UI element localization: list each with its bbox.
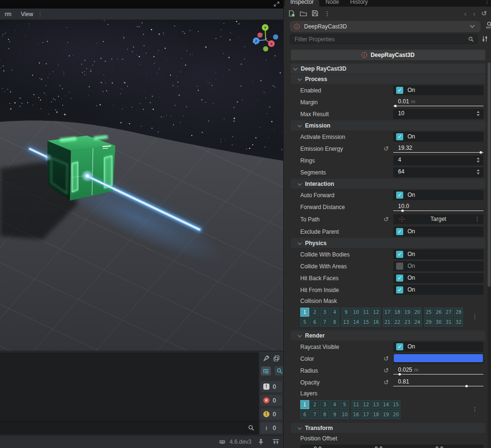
color-swatch[interactable]: [394, 354, 483, 362]
grid-menu-dots-icon[interactable]: ⋮: [472, 406, 478, 412]
layer-bit-7[interactable]: 7: [320, 318, 329, 327]
scrollbar-thumb[interactable]: [488, 63, 491, 287]
section-process[interactable]: Process: [291, 74, 485, 84]
error-count-button[interactable]: × 0: [260, 395, 282, 406]
edit-history-icon[interactable]: ↺: [481, 9, 487, 17]
resource-menu-dots-icon[interactable]: ⋮: [324, 10, 330, 17]
viewport-expand-icon[interactable]: [274, 1, 279, 7]
slider-track[interactable]: [393, 386, 483, 387]
node-selector-dropdown[interactable]: ! DeepRayCast3D: [290, 21, 481, 32]
layer-bit-13[interactable]: 13: [342, 318, 351, 327]
layer-bit-19[interactable]: 19: [403, 308, 412, 317]
property-value[interactable]: 4: [393, 155, 483, 165]
layer-bit-3[interactable]: 3: [320, 308, 329, 317]
property-value[interactable]: Target⋮: [393, 214, 483, 224]
new-resource-icon[interactable]: [288, 10, 295, 17]
warning-count-button[interactable]: ! 0: [260, 409, 282, 420]
spin-down-icon[interactable]: [477, 114, 480, 116]
layer-bit-16[interactable]: 16: [371, 318, 380, 327]
section-physics[interactable]: Physics: [291, 238, 485, 248]
scene-canvas[interactable]: YZX: [0, 20, 283, 351]
spin-up-icon[interactable]: [477, 111, 480, 113]
revert-icon[interactable]: ↺: [382, 145, 390, 152]
layer-bit-25[interactable]: 25: [424, 308, 433, 317]
section-deep-raycast3d[interactable]: Deep RayCast3D: [291, 64, 485, 73]
layer-bit-23[interactable]: 23: [403, 318, 412, 327]
layer-bit-4[interactable]: 4: [330, 308, 339, 317]
layer-bit-5[interactable]: 5: [300, 318, 309, 327]
layer-bit-11[interactable]: 11: [361, 308, 371, 317]
layer-bit-10[interactable]: 10: [352, 308, 361, 317]
layer-bit-7[interactable]: 7: [310, 410, 319, 419]
layer-bit-21[interactable]: 21: [383, 318, 392, 327]
tab-history[interactable]: History: [344, 0, 373, 7]
vec3-x[interactable]: x0.0: [300, 445, 361, 448]
property-value[interactable]: 10: [393, 109, 483, 119]
slider-grabber[interactable]: [401, 210, 404, 212]
slider-track[interactable]: [393, 374, 483, 375]
checkbox-checked[interactable]: ✓: [396, 228, 403, 235]
spin-down-icon[interactable]: [477, 161, 480, 163]
filter-properties-input[interactable]: [290, 34, 478, 44]
layer-bit-2[interactable]: 2: [310, 400, 319, 409]
clear-output-icon[interactable]: [263, 355, 269, 362]
message-count-button[interactable]: ! 0: [260, 381, 282, 392]
checkbox-checked[interactable]: ✓: [396, 274, 403, 282]
layer-bit-14[interactable]: 14: [381, 400, 390, 409]
layer-bit-26[interactable]: 26: [434, 308, 443, 317]
dock-menu-dots-icon[interactable]: ⋮: [484, 0, 490, 5]
layer-bit-22[interactable]: 22: [393, 318, 402, 327]
tab-inspector[interactable]: Inspector: [285, 0, 319, 7]
history-forward-icon[interactable]: ›: [473, 9, 475, 18]
layer-bit-12[interactable]: 12: [361, 400, 371, 409]
slider-grabber[interactable]: [465, 385, 468, 387]
property-value[interactable]: 0.025m: [393, 366, 483, 375]
open-docs-icon[interactable]: DOC: [483, 21, 491, 29]
checkbox-checked[interactable]: ✓: [396, 251, 403, 258]
console-search-input[interactable]: [2, 423, 244, 433]
layer-bit-20[interactable]: 20: [413, 308, 422, 317]
property-value[interactable]: 0.01m: [393, 97, 483, 107]
layer-bit-29[interactable]: 29: [424, 318, 433, 327]
spin-up-icon[interactable]: [477, 169, 480, 171]
layer-bit-18[interactable]: 18: [393, 308, 402, 317]
layer-bit-32[interactable]: 32: [454, 318, 463, 327]
checkbox-checked[interactable]: ✓: [396, 286, 403, 293]
layer-bit-18[interactable]: 18: [371, 410, 380, 419]
layer-bit-31[interactable]: 31: [444, 318, 453, 327]
slider-track[interactable]: [393, 152, 483, 153]
slider-grabber[interactable]: [398, 373, 401, 375]
layer-bit-30[interactable]: 30: [434, 318, 443, 327]
layer-bit-9[interactable]: 9: [342, 308, 351, 317]
copy-output-icon[interactable]: [273, 355, 280, 362]
layer-bit-11[interactable]: 11: [352, 400, 361, 409]
layer-bit-17[interactable]: 17: [361, 410, 371, 419]
layer-bit-24[interactable]: 24: [413, 318, 422, 327]
layer-bit-13[interactable]: 13: [371, 400, 380, 409]
checkbox-checked[interactable]: ✓: [396, 343, 403, 350]
checkbox-unchecked[interactable]: [396, 263, 403, 270]
property-value[interactable]: 19.32: [393, 144, 483, 154]
layer-bit-5[interactable]: 5: [340, 400, 349, 409]
pin-bottom-panel-icon[interactable]: [258, 439, 264, 445]
layer-bit-19[interactable]: 19: [381, 410, 390, 419]
layer-bit-16[interactable]: 16: [352, 410, 361, 419]
menu-item-view[interactable]: View: [16, 9, 38, 20]
layer-bit-6[interactable]: 6: [300, 410, 309, 419]
collapse-duplicates-toggle[interactable]: [261, 366, 271, 375]
revert-icon[interactable]: ↺: [382, 367, 390, 374]
grid-menu-dots-icon[interactable]: ⋮: [472, 313, 478, 320]
layer-bit-1[interactable]: 1: [300, 308, 309, 317]
history-back-icon[interactable]: ‹: [464, 9, 466, 18]
spin-up-icon[interactable]: [477, 157, 480, 159]
slider-grabber[interactable]: [394, 105, 397, 107]
slider-grabber[interactable]: [480, 151, 482, 154]
spinner-arrows-icon[interactable]: [477, 169, 480, 174]
layer-bit-14[interactable]: 14: [352, 318, 361, 327]
layer-bit-8[interactable]: 8: [320, 410, 329, 419]
section-transform[interactable]: Transform: [291, 423, 485, 433]
inspector-object-header[interactable]: ! DeepRayCast3D: [291, 50, 485, 60]
save-resource-icon[interactable]: [312, 10, 318, 17]
spin-down-icon[interactable]: [477, 173, 480, 174]
revert-icon[interactable]: ↺: [382, 216, 390, 223]
